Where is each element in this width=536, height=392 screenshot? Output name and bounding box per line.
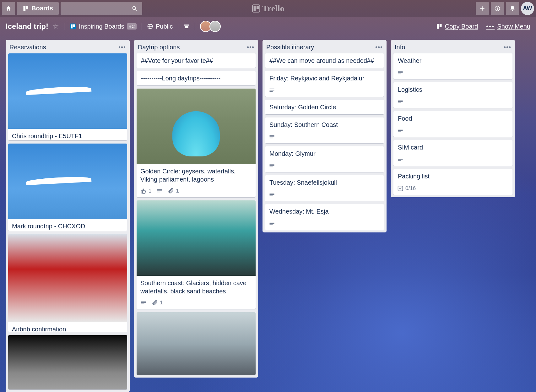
list-title[interactable]: Reservations bbox=[9, 44, 46, 51]
user-avatar[interactable]: AW bbox=[521, 2, 534, 15]
card[interactable]: ##We can move around as needed## bbox=[265, 53, 384, 68]
card[interactable]: Airbnb confirmation1 bbox=[8, 234, 127, 332]
card[interactable]: Tuesday: Snaefellsjokull bbox=[265, 175, 384, 201]
list-cards[interactable]: WeatherLogisticsFoodSIM cardPacking list… bbox=[391, 53, 515, 197]
board-canvas[interactable]: Reservations ••• Chris roundtrip - E5UTF… bbox=[0, 36, 536, 392]
svg-rect-40 bbox=[270, 167, 273, 167]
card-badges: 1 bbox=[137, 298, 256, 309]
card-title: ##We can move around as needed## bbox=[269, 57, 380, 65]
list-menu-button[interactable]: ••• bbox=[504, 44, 511, 51]
description-badge bbox=[140, 300, 147, 306]
show-menu-label: Show Menu bbox=[497, 23, 530, 30]
home-button[interactable] bbox=[2, 2, 15, 15]
svg-rect-14 bbox=[185, 26, 188, 28]
card-title: ----------Long daytrips---------- bbox=[141, 74, 251, 82]
svg-rect-36 bbox=[270, 136, 274, 137]
app-logo: Trello bbox=[252, 3, 284, 14]
card-title: Packing list bbox=[398, 172, 508, 180]
vote-badge: 1 bbox=[140, 188, 151, 194]
card[interactable]: Wednesday: Mt. Esja bbox=[265, 204, 384, 230]
list-cards[interactable]: Chris roundtrip - E5UTF11Mark roundtrip … bbox=[6, 53, 130, 392]
card-badges bbox=[265, 161, 384, 172]
list-title[interactable]: Info bbox=[395, 44, 405, 51]
svg-rect-13 bbox=[184, 24, 189, 25]
list-menu-button[interactable]: ••• bbox=[118, 44, 126, 51]
card[interactable]: SIM card bbox=[393, 140, 512, 166]
card-cover bbox=[8, 234, 127, 322]
description-badge bbox=[397, 156, 403, 163]
card[interactable]: Monday: Glymur bbox=[265, 146, 384, 172]
card-badges: 0/16 bbox=[393, 183, 512, 195]
card-title: Golden Circle: geysers, waterfalls, Viki… bbox=[140, 167, 252, 183]
svg-point-8 bbox=[497, 7, 498, 7]
card[interactable]: Sunday: Southern Coast bbox=[265, 117, 384, 143]
card[interactable]: Weather bbox=[393, 53, 512, 79]
list-menu-button[interactable]: ••• bbox=[247, 44, 254, 51]
card-title: Sunday: Southern Coast bbox=[269, 121, 380, 129]
svg-rect-53 bbox=[398, 129, 403, 129]
svg-rect-42 bbox=[270, 194, 274, 195]
svg-rect-39 bbox=[270, 165, 274, 166]
svg-rect-34 bbox=[270, 91, 273, 92]
visibility-button[interactable]: Public bbox=[147, 23, 173, 30]
svg-rect-15 bbox=[437, 24, 439, 29]
card[interactable]: Golden Circle: geysers, waterfalls, Viki… bbox=[137, 89, 256, 197]
card-badges bbox=[265, 85, 384, 97]
card-badges bbox=[393, 126, 512, 137]
card-badges bbox=[393, 97, 512, 108]
search-icon bbox=[132, 5, 138, 12]
svg-rect-4 bbox=[253, 6, 256, 11]
svg-rect-54 bbox=[398, 130, 403, 131]
card[interactable]: Friday: Reykjavic and Reykjadalur bbox=[265, 71, 384, 97]
card[interactable]: Saturday: Golden Circle bbox=[265, 100, 384, 114]
plus-icon bbox=[479, 5, 485, 12]
card[interactable]: Food bbox=[393, 111, 512, 137]
search-input[interactable] bbox=[61, 2, 142, 15]
team-link[interactable]: Inspiring Boards BC bbox=[69, 23, 137, 30]
show-menu-button[interactable]: ••• Show Menu bbox=[486, 23, 530, 30]
card[interactable] bbox=[8, 335, 127, 389]
list-title[interactable]: Possible itinerary bbox=[266, 44, 314, 51]
svg-rect-30 bbox=[141, 302, 146, 303]
copy-board-label: Copy Board bbox=[445, 23, 478, 30]
card-badges bbox=[265, 219, 384, 230]
card-title: Wednesday: Mt. Esja bbox=[269, 207, 380, 215]
user-initials: AW bbox=[523, 5, 532, 12]
card-title: SIM card bbox=[398, 143, 508, 151]
attachment-badge: 1 bbox=[168, 188, 179, 194]
svg-rect-7 bbox=[497, 8, 498, 10]
list-title[interactable]: Daytrip options bbox=[138, 44, 180, 51]
card-title: Friday: Reykjavic and Reykjadalur bbox=[269, 74, 380, 82]
list: Daytrip options ••• ##Vote for your favo… bbox=[134, 40, 258, 378]
card[interactable]: ----------Long daytrips---------- bbox=[137, 71, 256, 85]
copy-board-button[interactable]: Copy Board bbox=[436, 23, 478, 30]
archive-button[interactable] bbox=[183, 23, 190, 30]
description-badge bbox=[269, 163, 275, 169]
info-button[interactable] bbox=[491, 2, 504, 15]
card-cover bbox=[137, 89, 256, 164]
card[interactable]: Mark roundtrip - CHCXOD1 bbox=[8, 144, 127, 231]
member-avatar[interactable] bbox=[209, 21, 221, 32]
list-menu-button[interactable]: ••• bbox=[375, 44, 383, 51]
list-cards[interactable]: ##Vote for your favorite##----------Long… bbox=[134, 53, 258, 378]
svg-rect-9 bbox=[70, 24, 76, 29]
card[interactable] bbox=[137, 312, 256, 375]
board-title[interactable]: Iceland trip! bbox=[6, 22, 48, 31]
card-badges bbox=[393, 155, 512, 166]
card[interactable]: Packing list0/16 bbox=[393, 169, 512, 195]
svg-rect-1 bbox=[26, 6, 28, 9]
notifications-button[interactable] bbox=[506, 2, 519, 15]
card[interactable]: Southern coast: Glaciers, hidden cave wa… bbox=[137, 200, 256, 309]
card[interactable]: Chris roundtrip - E5UTF11 bbox=[8, 53, 127, 140]
card-title: Weather bbox=[398, 57, 508, 65]
svg-rect-46 bbox=[270, 225, 273, 225]
list-cards[interactable]: ##We can move around as needed##Friday: … bbox=[263, 53, 387, 232]
boards-button[interactable]: Boards bbox=[17, 2, 59, 15]
card[interactable]: Logistics bbox=[393, 82, 512, 108]
checklist-badge: 0/16 bbox=[397, 185, 416, 192]
card[interactable]: ##Vote for your favorite## bbox=[137, 53, 256, 68]
star-board-button[interactable]: ☆ bbox=[53, 22, 59, 30]
description-badge bbox=[397, 70, 403, 76]
create-button[interactable] bbox=[476, 2, 489, 15]
board-members[interactable] bbox=[200, 21, 221, 32]
